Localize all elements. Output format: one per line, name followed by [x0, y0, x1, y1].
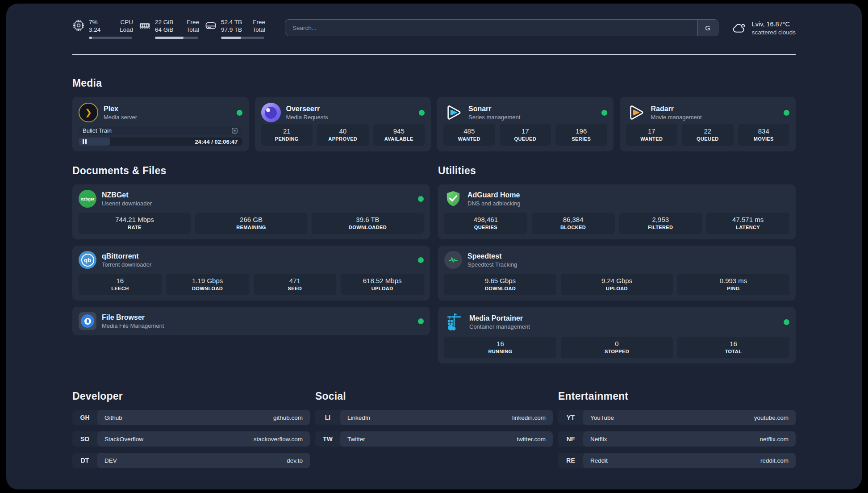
stat-tile: 40APPROVED: [317, 124, 369, 146]
app-card-plex[interactable]: ❯ Plex Media server Bullet Train 24:44 /…: [72, 97, 249, 151]
app-card-filebrowser[interactable]: File Browser Media File Management: [72, 307, 430, 335]
stat-tile: 21PENDING: [261, 124, 313, 146]
app-card-sonarr[interactable]: Sonarr Series management 485WANTED 17QUE…: [437, 97, 613, 151]
link-twitter[interactable]: TW Twittertwitter.com: [315, 431, 553, 447]
weather-widget: Lviv, 16.87°C scattered clouds: [731, 20, 796, 37]
now-playing-row: Bullet Train: [79, 126, 242, 135]
stat-tile: 86,384BLOCKED: [532, 213, 615, 234]
stat-tile: 266 GBREMAINING: [195, 213, 307, 234]
disk-stat: 52.4 TB 97.9 TB Free Total: [204, 18, 265, 39]
status-online-dot: [784, 319, 789, 325]
link-youtube[interactable]: YT YouTubeyoutube.com: [558, 410, 796, 425]
status-online-dot: [419, 110, 425, 116]
link-url: stackoverflow.com: [254, 436, 303, 443]
app-name: Plex: [104, 104, 137, 113]
top-bar: 7% 3.24 CPU Load 22 GiB 64 GiB Free: [72, 4, 796, 39]
link-abbr: RE: [558, 457, 583, 464]
link-url: github.com: [273, 414, 303, 421]
search-engine-button[interactable]: G: [697, 20, 718, 36]
stat-tile: 2,953FILTERED: [619, 213, 702, 234]
ram-free-value: 22 GiB: [155, 18, 173, 26]
stat-tile: 498,461QUERIES: [444, 213, 527, 234]
link-netflix[interactable]: NF Netflixnetflix.com: [558, 431, 796, 447]
playback-time: 24:44 / 02:06:47: [195, 138, 238, 145]
link-url: reddit.com: [760, 457, 789, 464]
link-reddit[interactable]: RE Redditreddit.com: [558, 453, 796, 468]
app-name: AdGuard Home: [467, 190, 521, 200]
cpu-load-label: Load: [120, 26, 133, 33]
search-bar: G: [285, 19, 718, 36]
weather-condition: scattered clouds: [752, 29, 796, 37]
dashboard-panel: 7% 3.24 CPU Load 22 GiB 64 GiB Free: [6, 4, 862, 489]
app-card-overseerr[interactable]: Overseerr Media Requests 21PENDING 40APP…: [255, 97, 431, 151]
stat-tile: 744.21 MbpsRATE: [79, 213, 191, 234]
link-dev[interactable]: DT DEVdev.to: [72, 453, 310, 468]
app-card-radarr[interactable]: Radarr Movie management 17WANTED 22QUEUE…: [620, 97, 796, 151]
status-online-dot: [418, 257, 424, 263]
app-description: Usenet downloader: [102, 200, 152, 207]
app-card-nzbget[interactable]: nzbget NZBGet Usenet downloader 744.21 M…: [72, 184, 430, 239]
section-title-utilities: Utilities: [438, 165, 796, 177]
search-input[interactable]: [285, 20, 697, 36]
section-title-social: Social: [315, 390, 553, 402]
link-name: Twitter: [347, 436, 365, 443]
ram-free-label: Free: [186, 18, 199, 26]
link-name: Reddit: [590, 457, 608, 464]
link-github[interactable]: GH Githubgithub.com: [72, 410, 310, 425]
app-card-adguard[interactable]: AdGuard Home DNS and adblocking 498,461Q…: [438, 184, 796, 239]
section-title-developer: Developer: [72, 390, 310, 402]
link-abbr: GH: [72, 414, 97, 421]
link-name: YouTube: [590, 414, 614, 421]
app-name: qBittorrent: [102, 251, 151, 261]
ram-total-value: 64 GiB: [155, 26, 173, 33]
status-online-dot: [418, 318, 424, 324]
app-description: Movie management: [651, 113, 702, 121]
utilities-column: Utilities AdGuard Home DNS and adblockin…: [438, 165, 796, 363]
links-column-social: Social LI LinkedInlinkedin.com TW Twitte…: [315, 390, 553, 468]
app-name: NZBGet: [102, 190, 152, 200]
disk-free-value: 52.4 TB: [221, 18, 242, 26]
app-description: Series management: [468, 113, 520, 121]
app-description: DNS and adblocking: [467, 200, 521, 207]
cloud-icon: [731, 21, 747, 35]
plex-logo: ❯: [79, 103, 98, 122]
playback-progress-bar[interactable]: 24:44 / 02:06:47: [79, 138, 242, 146]
adguard-logo: [444, 190, 462, 208]
radarr-logo: [626, 103, 646, 122]
status-online-dot: [237, 110, 242, 116]
link-name: DEV: [104, 457, 117, 464]
link-stackoverflow[interactable]: SO StackOverflowstackoverflow.com: [72, 431, 310, 447]
link-url: twitter.com: [517, 436, 546, 443]
filebrowser-logo: [79, 312, 96, 330]
documents-column: Documents & Files nzbget NZBGet Usenet d…: [72, 165, 430, 363]
cpu-progress-bar: [89, 37, 132, 39]
overseerr-logo: [261, 103, 281, 122]
link-abbr: DT: [72, 457, 97, 464]
stat-tile: 196SERIES: [555, 124, 607, 146]
stat-tile: 0.993 msPING: [677, 274, 789, 295]
media-cards-row: ❯ Plex Media server Bullet Train 24:44 /…: [72, 97, 796, 151]
link-url: dev.to: [287, 457, 303, 464]
portainer-logo: [444, 312, 464, 332]
app-card-speedtest[interactable]: Speedtest Speedtest Tracking 9.65 GbpsDO…: [438, 246, 796, 301]
app-name: Radarr: [651, 104, 702, 113]
stat-tile: 16RUNNING: [444, 337, 556, 358]
links-column-developer: Developer GH Githubgithub.com SO StackOv…: [72, 390, 310, 468]
status-online-dot: [784, 110, 789, 116]
cpu-icon: [72, 19, 85, 32]
pause-icon[interactable]: [83, 139, 87, 144]
link-linkedin[interactable]: LI LinkedInlinkedin.com: [315, 410, 553, 425]
app-card-qbittorrent[interactable]: qb qBittorrent Torrent downloader 16LEEC…: [72, 246, 430, 301]
link-name: Github: [104, 414, 122, 421]
cpu-label: CPU: [120, 18, 133, 26]
weather-location-temp: Lviv, 16.87°C: [752, 20, 796, 29]
cast-icon[interactable]: [231, 127, 238, 134]
app-name: File Browser: [102, 313, 164, 322]
section-title-media: Media: [72, 77, 796, 89]
app-card-portainer[interactable]: Media Portainer Container management 16R…: [438, 307, 796, 363]
stat-tile: 471SEED: [254, 274, 337, 295]
ram-progress-bar: [155, 37, 198, 39]
stat-tile: 17QUEUED: [500, 124, 551, 146]
app-name: Media Portainer: [469, 313, 530, 323]
nzbget-logo: nzbget: [79, 190, 96, 208]
